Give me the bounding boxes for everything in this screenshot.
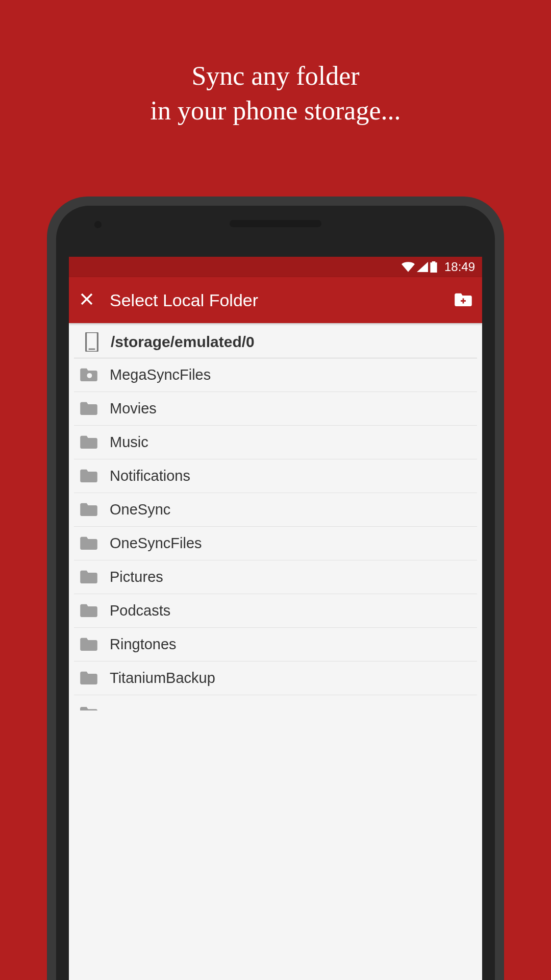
phone-speaker [230,220,321,227]
status-time: 18:49 [444,260,475,274]
promo-line-1: Sync any folder [0,59,551,93]
svg-rect-1 [432,261,436,263]
folder-list: MegaSyncFilesMoviesMusicNotificationsOne… [69,358,482,721]
folder-item[interactable]: TitaniumBackup [74,662,477,695]
folder-label: TitaniumBackup [110,670,215,687]
folder-icon [80,636,97,653]
folder-label: Pictures [110,569,163,585]
folder-item[interactable]: OneSyncFiles [74,527,477,560]
folder-item[interactable] [74,695,477,721]
status-icons [402,261,437,273]
folder-item[interactable]: Movies [74,392,477,426]
phone-icon [85,332,98,352]
folder-item[interactable]: Ringtones [74,628,477,662]
folder-icon [80,535,97,552]
folder-icon [80,434,97,451]
folder-label: Notifications [110,468,190,484]
folder-item[interactable]: Music [74,426,477,459]
folder-icon [80,502,97,518]
folder-icon [80,670,97,687]
phone-screen: 18:49 Select Local Folder /storage/emula… [69,257,482,980]
status-bar: 18:49 [69,257,482,277]
new-folder-icon[interactable] [455,292,472,308]
cell-signal-icon [417,262,428,272]
folder-item[interactable]: OneSync [74,493,477,527]
folder-label: Podcasts [110,602,170,619]
path-row[interactable]: /storage/emulated/0 [74,323,477,358]
folder-icon [80,468,97,484]
promo-headline: Sync any folder in your phone storage... [0,0,551,128]
folder-label: OneSyncFiles [110,535,202,552]
folder-label: OneSync [110,501,170,518]
svg-point-4 [87,373,92,378]
current-path: /storage/emulated/0 [111,333,255,351]
folder-icon [80,401,97,417]
phone-camera [94,221,102,228]
app-bar: Select Local Folder [69,277,482,323]
battery-icon [430,261,437,273]
folder-item[interactable]: Podcasts [74,594,477,628]
folder-label: Movies [110,400,157,417]
phone-frame: 18:49 Select Local Folder /storage/emula… [47,197,504,980]
folder-item[interactable]: Pictures [74,560,477,594]
folder-label: Music [110,434,148,451]
folder-icon [80,703,97,713]
wifi-icon [402,262,415,272]
folder-icon [80,367,97,383]
promo-line-2: in your phone storage... [0,93,551,128]
folder-icon [80,569,97,585]
folder-item[interactable]: Notifications [74,459,477,493]
folder-item[interactable]: MegaSyncFiles [74,358,477,392]
svg-rect-0 [430,262,437,273]
folder-label: Ringtones [110,636,177,653]
folder-label: MegaSyncFiles [110,366,211,383]
app-bar-title: Select Local Folder [110,290,439,310]
folder-icon [80,603,97,619]
close-icon[interactable] [79,291,94,309]
phone-bezel: 18:49 Select Local Folder /storage/emula… [56,206,495,980]
